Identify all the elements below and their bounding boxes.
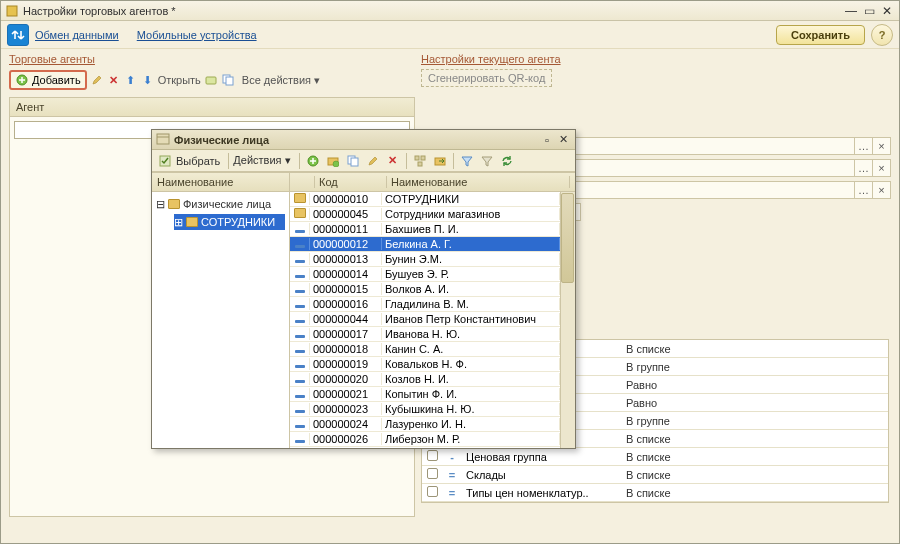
item-icon (295, 275, 305, 278)
folder-icon (168, 199, 180, 209)
close-button[interactable]: ✕ (879, 4, 895, 18)
toolbar-copy-icon[interactable] (344, 152, 362, 170)
copy-icon[interactable] (221, 73, 235, 87)
list-row[interactable]: 000000017Иванова Н. Ю. (290, 327, 560, 342)
field-ellipsis-icon[interactable]: … (854, 160, 872, 176)
edit-icon[interactable] (90, 73, 104, 87)
field-clear-icon[interactable]: × (872, 182, 890, 198)
header-toolbar: Обмен данными Мобильные устройства Сохра… (1, 21, 899, 49)
filter-condition: В списке (622, 484, 888, 502)
filter-prefix: = (442, 466, 462, 484)
item-icon (295, 290, 305, 293)
list-scrollbar[interactable] (560, 192, 575, 448)
list-row[interactable]: 000000026Либерзон М. Р. (290, 432, 560, 447)
list-row[interactable]: 000000019Ковальков Н. Ф. (290, 357, 560, 372)
toolbar-refresh-icon[interactable] (498, 152, 516, 170)
svg-rect-0 (7, 6, 17, 16)
item-icon (295, 365, 305, 368)
toolbar-filter-on-icon[interactable] (458, 152, 476, 170)
list-row[interactable]: 000000024Лазуренко И. Н. (290, 417, 560, 432)
list-row[interactable]: 000000011Бахшиев П. И. (290, 222, 560, 237)
tree-child-label: СОТРУДНИКИ (201, 216, 275, 228)
maximize-button[interactable]: ▭ (861, 4, 877, 18)
list-row[interactable]: 000000010СОТРУДНИКИ (290, 192, 560, 207)
filter-condition: Равно (622, 394, 888, 412)
row-code: 000000019 (310, 358, 382, 370)
toolbar-move-icon[interactable] (431, 152, 449, 170)
exchange-link[interactable]: Обмен данными (35, 29, 119, 41)
open-icon[interactable] (204, 73, 218, 87)
row-name: Либерзон М. Р. (382, 433, 560, 445)
toolbar-add-folder-icon[interactable] (324, 152, 342, 170)
tree-child-row[interactable]: ⊞ СОТРУДНИКИ (174, 214, 285, 230)
agents-section-title: Торговые агенты (9, 53, 415, 65)
list-header-code[interactable]: Код (315, 176, 387, 188)
add-button[interactable]: Добавить (9, 70, 87, 90)
row-code: 000000045 (310, 208, 382, 220)
minimize-button[interactable]: — (843, 4, 859, 18)
row-name: Копытин Ф. И. (382, 388, 560, 400)
list-row[interactable]: 000000021Копытин Ф. И. (290, 387, 560, 402)
help-button[interactable]: ? (871, 24, 893, 46)
dialog-close-button[interactable]: ✕ (555, 133, 571, 147)
filter-row[interactable]: =Типы цен номенклатур..В списке (422, 484, 888, 502)
persons-dialog: Физические лица ▫ ✕ Выбрать Действия ▾ ✕ (151, 129, 576, 449)
list-row[interactable]: 000000012Белкина А. Г. (290, 237, 560, 252)
list-row[interactable]: 000000015Волков А. И. (290, 282, 560, 297)
toolbar-add-icon[interactable] (304, 152, 322, 170)
open-button[interactable]: Открыть (158, 74, 201, 86)
row-name: Гладилина В. М. (382, 298, 560, 310)
list-row[interactable]: 000000020Козлов Н. И. (290, 372, 560, 387)
filter-checkbox[interactable] (427, 450, 438, 461)
select-button[interactable]: Выбрать (176, 155, 220, 167)
tree-collapse-icon[interactable]: ⊟ (156, 198, 165, 211)
item-icon (295, 335, 305, 338)
filter-condition: В группе (622, 358, 888, 376)
field-clear-icon[interactable]: × (872, 160, 890, 176)
list-row[interactable]: 000000045Сотрудники магазинов (290, 207, 560, 222)
save-button[interactable]: Сохранить (776, 25, 865, 45)
filter-condition: В списке (622, 448, 888, 466)
row-code: 000000014 (310, 268, 382, 280)
row-name: Бушуев Э. Р. (382, 268, 560, 280)
toolbar-filter-off-icon[interactable] (478, 152, 496, 170)
move-up-icon[interactable]: ⬆ (124, 73, 138, 87)
row-code: 000000016 (310, 298, 382, 310)
window-title: Настройки торговых агентов * (23, 5, 841, 17)
list-row[interactable]: 000000044Иванов Петр Константинович (290, 312, 560, 327)
field-clear-icon[interactable]: × (872, 138, 890, 154)
list-row[interactable]: 000000014Бушуев Э. Р. (290, 267, 560, 282)
dialog-actions-button[interactable]: Действия ▾ (233, 154, 290, 167)
filter-name: Склады (462, 466, 622, 484)
list-row[interactable]: 000000023Кубышкина Н. Ю. (290, 402, 560, 417)
mobile-link[interactable]: Мобильные устройства (137, 29, 257, 41)
move-down-icon[interactable]: ⬇ (141, 73, 155, 87)
filter-condition: В списке (622, 430, 888, 448)
item-icon (295, 305, 305, 308)
filter-row[interactable]: -Ценовая группаВ списке (422, 448, 888, 466)
list-header-name[interactable]: Наименование (387, 176, 570, 188)
list-row[interactable]: 000000013Бунин Э.М. (290, 252, 560, 267)
scrollbar-thumb[interactable] (561, 193, 574, 283)
filter-row[interactable]: =СкладыВ списке (422, 466, 888, 484)
gen-qr-button[interactable]: Сгенерировать QR-код (421, 69, 552, 87)
all-actions-button[interactable]: Все действия ▾ (242, 74, 320, 87)
tree-expand-icon[interactable]: ⊞ (174, 216, 183, 229)
toolbar-edit-icon[interactable] (364, 152, 382, 170)
toolbar-hierarchy-icon[interactable] (411, 152, 429, 170)
tree-root-row[interactable]: ⊟ Физические лица (156, 196, 285, 212)
tree-header: Наименование (152, 173, 289, 192)
toolbar-delete-icon[interactable]: ✕ (384, 152, 402, 170)
dialog-title: Физические лица (174, 134, 539, 146)
list-row[interactable]: 000000018Канин С. А. (290, 342, 560, 357)
list-row[interactable]: 000000016Гладилина В. М. (290, 297, 560, 312)
dialog-restore-button[interactable]: ▫ (539, 133, 555, 147)
field-ellipsis-icon[interactable]: … (854, 182, 872, 198)
delete-icon[interactable]: ✕ (107, 73, 121, 87)
field-ellipsis-icon[interactable]: … (854, 138, 872, 154)
list-pane: Код Наименование 000000010СОТРУДНИКИ0000… (290, 173, 575, 448)
filter-checkbox[interactable] (427, 468, 438, 479)
filter-checkbox[interactable] (427, 486, 438, 497)
folder-icon (294, 193, 306, 203)
exchange-icon-button[interactable] (7, 24, 29, 46)
